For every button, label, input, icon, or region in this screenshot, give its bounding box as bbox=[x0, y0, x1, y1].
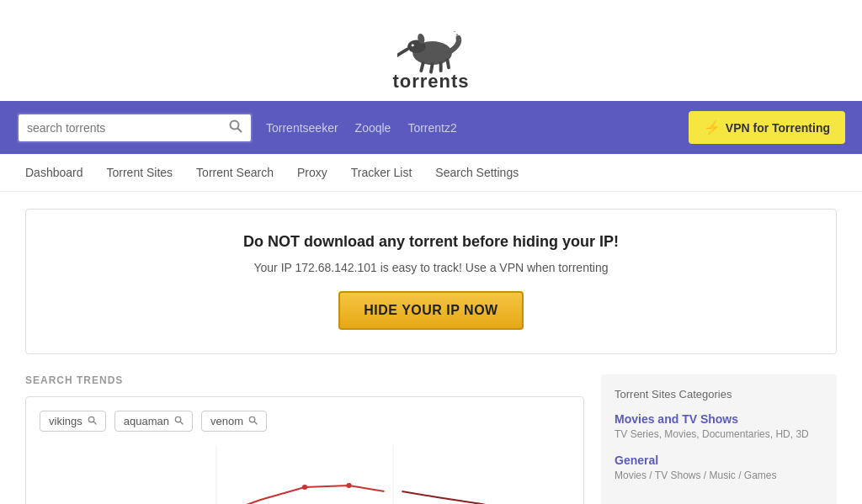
svg-point-23 bbox=[346, 483, 351, 488]
svg-line-3 bbox=[421, 63, 423, 71]
nav-search-settings[interactable]: Search Settings bbox=[435, 154, 519, 191]
category-item-movies-tv[interactable]: Movies and TV Shows TV Series, Movies, D… bbox=[615, 412, 823, 440]
nav-dashboard[interactable]: Dashboard bbox=[25, 154, 83, 191]
svg-point-7 bbox=[412, 44, 414, 46]
search-input[interactable] bbox=[27, 121, 226, 135]
lightning-icon: ⚡ bbox=[704, 119, 721, 135]
trends-box: vikings aquaman venom bbox=[25, 396, 584, 504]
quick-links: Torrentseeker Zooqle Torrentz2 bbox=[266, 121, 457, 135]
logo-area: torrents bbox=[0, 0, 862, 101]
warning-text: Your IP 172.68.142.101 is easy to track!… bbox=[43, 261, 819, 274]
main-content: Do NOT download any torrent before hidin… bbox=[0, 192, 862, 504]
search-trends: SEARCH TRENDS vikings aquaman bbox=[25, 374, 584, 504]
category-name: Movies and TV Shows bbox=[615, 412, 823, 426]
logo-text: torrents bbox=[392, 71, 469, 93]
search-trends-chart bbox=[40, 445, 570, 504]
search-submit-button[interactable] bbox=[229, 119, 242, 136]
svg-line-12 bbox=[238, 128, 242, 131]
category-desc: Movies / TV Shows / Music / Games bbox=[615, 470, 823, 481]
svg-point-9 bbox=[459, 40, 460, 41]
nav-area: Dashboard Torrent Sites Torrent Search P… bbox=[0, 154, 862, 192]
category-item-general[interactable]: General Movies / TV Shows / Music / Game… bbox=[615, 454, 823, 481]
svg-point-13 bbox=[88, 416, 93, 422]
svg-line-6 bbox=[447, 60, 449, 67]
vpn-button[interactable]: ⚡ VPN for Torrenting bbox=[689, 111, 845, 144]
warning-title: Do NOT download any torrent before hidin… bbox=[43, 233, 819, 251]
search-input-wrap bbox=[17, 113, 253, 143]
anteater-logo-icon bbox=[397, 15, 465, 74]
trend-tag-venom[interactable]: venom bbox=[201, 411, 267, 432]
nav-links: Dashboard Torrent Sites Torrent Search P… bbox=[25, 154, 837, 191]
quick-link-torrentz2[interactable]: Torrentz2 bbox=[407, 121, 456, 135]
svg-point-17 bbox=[249, 416, 254, 422]
trend-tag-label: vikings bbox=[49, 415, 82, 427]
svg-point-10 bbox=[454, 31, 455, 33]
quick-link-torrentseeker[interactable]: Torrentseeker bbox=[266, 121, 338, 135]
svg-point-15 bbox=[175, 416, 180, 422]
sidebar: Torrent Sites Categories Movies and TV S… bbox=[601, 374, 837, 504]
trend-tag-aquaman[interactable]: aquaman bbox=[114, 411, 193, 432]
svg-line-16 bbox=[180, 422, 183, 424]
category-desc: TV Series, Movies, Documentaries, HD, 3D bbox=[615, 428, 823, 440]
nav-torrent-search[interactable]: Torrent Search bbox=[196, 154, 274, 191]
search-trends-title: SEARCH TRENDS bbox=[25, 374, 584, 386]
tag-search-icon bbox=[88, 416, 97, 427]
categories-box-title: Torrent Sites Categories bbox=[615, 388, 823, 401]
tag-search-icon bbox=[248, 416, 258, 427]
trend-tags: vikings aquaman venom bbox=[40, 411, 570, 432]
vpn-button-label: VPN for Torrenting bbox=[726, 121, 830, 135]
trend-tag-label: aquaman bbox=[124, 415, 169, 427]
svg-line-14 bbox=[93, 422, 96, 424]
nav-proxy[interactable]: Proxy bbox=[297, 154, 327, 191]
svg-line-18 bbox=[254, 422, 257, 424]
trend-tag-vikings[interactable]: vikings bbox=[40, 411, 106, 432]
nav-torrent-sites[interactable]: Torrent Sites bbox=[107, 154, 173, 191]
tag-search-icon bbox=[174, 416, 184, 427]
nav-tracker-list[interactable]: Tracker List bbox=[351, 154, 412, 191]
search-bar-area: Torrentseeker Zooqle Torrentz2 ⚡ VPN for… bbox=[0, 101, 862, 154]
lower-section: SEARCH TRENDS vikings aquaman bbox=[25, 374, 837, 504]
trend-tag-label: venom bbox=[210, 415, 243, 427]
search-icon bbox=[229, 119, 242, 133]
logo-container: torrents bbox=[392, 15, 469, 93]
svg-point-8 bbox=[456, 34, 458, 35]
quick-link-zooqle[interactable]: Zooqle bbox=[355, 121, 391, 135]
hide-ip-button[interactable]: HIDE YOUR IP NOW bbox=[338, 291, 523, 330]
warning-box: Do NOT download any torrent before hidin… bbox=[25, 209, 837, 354]
categories-box: Torrent Sites Categories Movies and TV S… bbox=[601, 374, 837, 504]
svg-point-22 bbox=[302, 485, 307, 490]
category-name: General bbox=[615, 454, 823, 467]
